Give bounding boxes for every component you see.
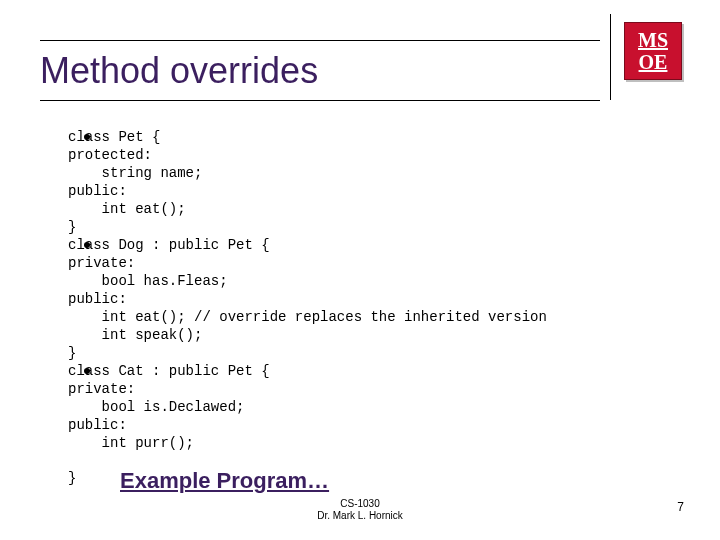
code-block-cat: class Cat : public Pet { private: bool i… [68,362,680,452]
title-bottom-rule [40,100,600,101]
logo-divider [610,14,611,100]
title-top-rule [40,40,600,41]
slide-title: Method overrides [40,50,318,92]
slide: Method overrides MS OE class Pet { prote… [0,0,720,540]
code-closing-brace: } [68,470,76,486]
footer-author: Dr. Mark L. Hornick [0,510,720,522]
body: class Pet { protected: string name; publ… [40,128,680,452]
logo-line1: MS [638,29,668,51]
bullet-icon [84,242,90,248]
logo-line2: OE [639,51,668,73]
page-number: 7 [677,500,684,514]
code-block-pet: class Pet { protected: string name; publ… [68,128,680,236]
bullet-icon [84,368,90,374]
logo-box: MS OE [624,22,682,80]
footer-course: CS-1030 [0,498,720,510]
code-block-dog: class Dog : public Pet { private: bool h… [68,236,680,362]
example-program-link[interactable]: Example Program… [120,468,329,494]
bullet-icon [84,134,90,140]
footer: CS-1030 Dr. Mark L. Hornick [0,498,720,522]
msoe-logo: MS OE [624,22,684,90]
